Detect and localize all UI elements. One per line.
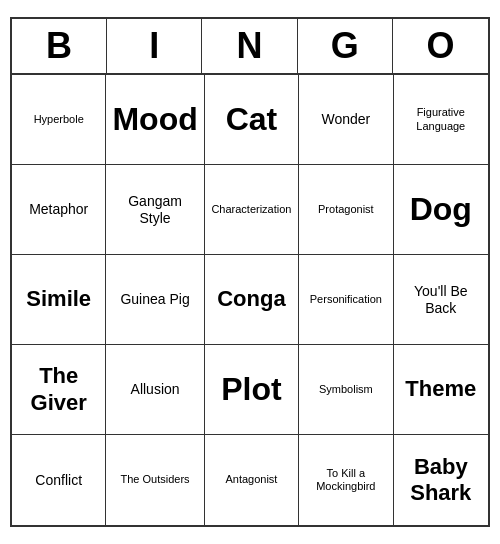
bingo-cell-text: The Giver [18,363,99,416]
bingo-cell-text: Plot [221,370,281,408]
bingo-cell-text: Dog [410,190,472,228]
bingo-cell: Personification [299,255,393,345]
bingo-cell-text: Mood [112,100,197,138]
bingo-cell-text: Characterization [211,203,291,216]
bingo-cell-text: Allusion [131,381,180,398]
bingo-cell-text: Metaphor [29,201,88,218]
bingo-cell: Guinea Pig [106,255,204,345]
bingo-cell-text: Figurative Language [400,106,482,132]
bingo-cell-text: Antagonist [225,473,277,486]
bingo-cell: Figurative Language [394,75,488,165]
bingo-cell: Hyperbole [12,75,106,165]
bingo-cell: Antagonist [205,435,299,525]
bingo-cell-text: Hyperbole [34,113,84,126]
bingo-cell: Wonder [299,75,393,165]
bingo-cell: Simile [12,255,106,345]
bingo-cell: Symbolism [299,345,393,435]
bingo-cell-text: You'll Be Back [400,283,482,317]
bingo-cell-text: Symbolism [319,383,373,396]
bingo-cell: You'll Be Back [394,255,488,345]
bingo-cell-text: Cat [226,100,278,138]
bingo-cell: Baby Shark [394,435,488,525]
bingo-cell: Plot [205,345,299,435]
bingo-grid: HyperboleMoodCatWonderFigurative Languag… [12,75,488,525]
bingo-cell-text: Conga [217,286,285,312]
bingo-cell: Dog [394,165,488,255]
bingo-cell-text: Baby Shark [400,454,482,507]
bingo-cell: Allusion [106,345,204,435]
bingo-card: BINGO HyperboleMoodCatWonderFigurative L… [10,17,490,527]
bingo-cell-text: The Outsiders [121,473,190,486]
bingo-cell: The Giver [12,345,106,435]
bingo-cell: Protagonist [299,165,393,255]
bingo-header-letter: O [393,19,488,73]
bingo-cell: Metaphor [12,165,106,255]
bingo-cell: Theme [394,345,488,435]
bingo-header: BINGO [12,19,488,75]
bingo-cell-text: Personification [310,293,382,306]
bingo-header-letter: B [12,19,107,73]
bingo-cell-text: Simile [26,286,91,312]
bingo-cell: The Outsiders [106,435,204,525]
bingo-cell-text: Wonder [321,111,370,128]
bingo-header-letter: G [298,19,393,73]
bingo-cell-text: Guinea Pig [120,291,189,308]
bingo-cell: Gangam Style [106,165,204,255]
bingo-cell: To Kill a Mockingbird [299,435,393,525]
bingo-cell: Conga [205,255,299,345]
bingo-cell: Characterization [205,165,299,255]
bingo-cell: Mood [106,75,204,165]
bingo-cell-text: Conflict [35,472,82,489]
bingo-cell-text: Gangam Style [112,193,197,227]
bingo-header-letter: I [107,19,202,73]
bingo-cell-text: Theme [405,376,476,402]
bingo-header-letter: N [202,19,297,73]
bingo-cell: Conflict [12,435,106,525]
bingo-cell-text: To Kill a Mockingbird [305,467,386,493]
bingo-cell: Cat [205,75,299,165]
bingo-cell-text: Protagonist [318,203,374,216]
